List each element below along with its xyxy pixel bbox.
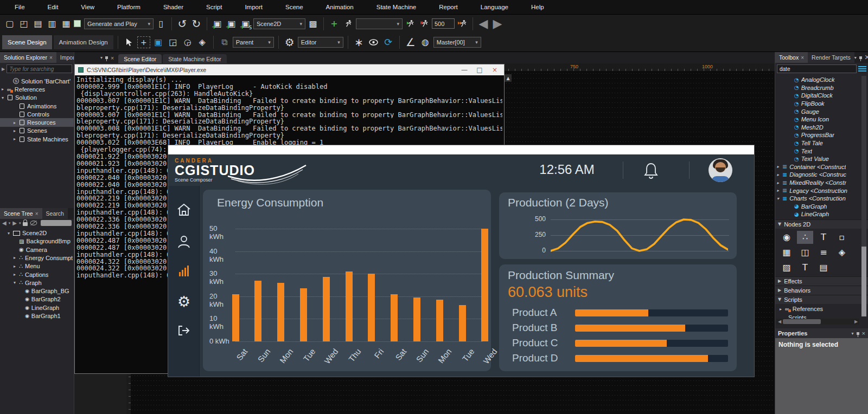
menu-scene[interactable]: Scene [274,0,315,14]
text-drop-node-icon[interactable]: T [815,231,832,244]
toolbox-item-breadcrumb[interactable]: ◔Breadcrumb [775,84,868,92]
tab-scene-design[interactable]: Scene Design [2,35,52,49]
section-behaviors[interactable]: ▶ Behaviors [775,286,868,295]
console-titlebar[interactable]: C:\SVN\CGI\bin\Player\Device\iMX6\Player… [75,64,504,75]
tree-arrow-icon[interactable]: ▾ [8,231,13,236]
section-scripts[interactable]: ▼ Scripts [775,295,868,304]
gear-icon[interactable]: ⚙ [168,293,200,310]
run-stop-button[interactable] [418,17,431,31]
zoom-slider[interactable] [41,220,72,226]
notifications-bell-icon[interactable] [643,162,659,182]
close-icon[interactable]: × [35,211,39,217]
menu-import[interactable]: Import [233,0,274,14]
scene-item-energy-consumpt[interactable]: ▸∴Energy Consumpt [0,254,74,262]
toolbox-item-flipbook[interactable]: ◔FlipBook [775,100,868,108]
scene-item-bargraph-bg[interactable]: ◉BarGraph_BG [0,287,74,295]
toolbox-item-charts-construction[interactable]: ▾≡Charts <Construction [775,195,868,203]
chevron-down-icon[interactable]: ▾ [19,221,21,225]
toolbox-item-text[interactable]: ◔Text [775,147,868,155]
camera-tool-button[interactable]: ▣ [152,35,165,49]
navigate-back-button[interactable]: ◀ [477,17,490,31]
lock-icon[interactable] [23,222,28,226]
logout-icon[interactable] [168,324,200,337]
active-scene-select[interactable]: Scene2D▾ [253,18,305,29]
scene-item-bargraph2[interactable]: ◉BarGraph2 [0,295,74,303]
toolbox-search-input[interactable] [777,64,857,73]
editor-mode-select[interactable]: Editor▾ [298,37,343,48]
run-fast-button[interactable] [456,17,469,31]
close-icon[interactable]: × [865,53,868,62]
solution-item-resources[interactable]: ▸Resources [0,118,74,126]
visibility-eye-button[interactable] [367,35,380,49]
history-forward-icon[interactable]: ▶ [12,220,17,226]
tab-imports[interactable]: Imports [56,52,74,63]
solution-item-animations[interactable]: Animations [0,102,74,110]
device-list-icon[interactable]: ▯ [155,17,168,31]
scroll-up-button[interactable]: ▲ [505,74,512,82]
master-layer-select[interactable]: Master[00]▾ [433,37,481,48]
scene-item-menu[interactable]: ▸∴Menu [0,262,74,270]
scene-item-linegraph[interactable]: ◉LineGraph [0,303,74,312]
chevron-down-icon[interactable]: ▾ [100,55,103,60]
rotate-tool-button[interactable]: ◶ [181,35,194,49]
tree-arrow-icon[interactable]: ▸ [777,172,782,177]
menu-help[interactable]: Help [520,0,556,14]
home-icon[interactable] [168,203,200,216]
scrollbar-thumb[interactable] [861,247,866,316]
scene-item-camera[interactable]: ◉Camera [0,245,74,254]
pin-icon[interactable] [105,56,108,59]
scripts-references-item[interactable]: ▸∞ References [775,305,868,313]
toolbox-item-text-value[interactable]: ◔Text Value [775,155,868,163]
menu-animation[interactable]: Animation [315,0,365,14]
move-tool-button[interactable]: + [137,36,150,48]
text-big-node-icon[interactable]: T [797,261,813,274]
resize-tool-button[interactable]: ◲ [167,35,180,49]
new-document-button[interactable]: ▢ [3,17,16,31]
toolbox-item-mixedreality-constr[interactable]: ▸≡MixedReality <Constr [775,179,868,187]
save-button[interactable]: ▤ [31,17,44,31]
scroll-left-icon[interactable]: ◀ [776,319,783,324]
camera-node-icon[interactable]: ◉ [778,231,795,244]
toolbox-item-mesh2d[interactable]: ◔Mesh2D [775,124,868,132]
section-nodes-2d[interactable]: ▼ Nodes 2D [775,219,868,229]
pin-icon[interactable] [857,332,859,335]
list-view-icon[interactable] [858,66,866,72]
pin-icon[interactable] [859,56,862,59]
menu-edit[interactable]: Edit [36,0,70,14]
toolbox-item-legacy-construction[interactable]: ▸≡Legacy <Construction [775,186,868,195]
generate-checkbox[interactable] [74,20,81,27]
effects-icon[interactable]: ∗ [353,35,366,49]
menu-state-machine[interactable]: State Machine [365,0,428,14]
preview-titlebar[interactable] [168,145,754,154]
close-icon[interactable]: × [862,330,865,337]
close-icon[interactable]: × [49,55,53,61]
user-icon[interactable] [168,235,200,249]
maximize-button[interactable]: □ [474,66,486,74]
tree-arrow-icon[interactable]: ▸ [777,164,782,169]
tab-scene-editor[interactable]: Scene Editor [118,54,162,63]
chevron-down-icon[interactable]: ▾ [852,331,854,336]
toolbox-item-progressbar[interactable]: ◔ProgressBar [775,131,868,139]
grid-node-icon[interactable]: ▦ [778,246,795,259]
open-document-button[interactable]: ◰ [17,17,30,31]
toolbox-item-bargraph[interactable]: ◕BarGraph [775,203,868,211]
globe-icon[interactable]: ◍ [419,35,432,49]
toolbox-item-analogclock[interactable]: ◔AnalogClock [775,76,868,84]
parent-select[interactable]: Parent▾ [233,37,274,48]
minimize-button[interactable]: — [458,66,470,74]
chevron-down-icon[interactable]: ▾ [854,55,857,60]
tree-arrow-icon[interactable]: ▾ [2,95,7,100]
bars-node-icon[interactable]: ≡ [815,246,832,259]
list-node-icon[interactable]: ▤ [815,261,832,274]
toolbox-item-container-construct[interactable]: ▸≡Container <Construct [775,163,868,171]
tree-arrow-icon[interactable]: ▸ [777,180,782,185]
select-cursor-button[interactable] [123,35,136,49]
menu-script[interactable]: Script [195,0,233,14]
tree-arrow-icon[interactable]: ▸ [14,137,19,141]
tab-animation-design[interactable]: Animation Design [54,35,113,49]
solution-item-references[interactable]: ▸∞References [0,85,74,93]
frame-node-icon[interactable]: ▫ [834,231,850,244]
export-package-button[interactable]: ▦ [60,17,73,31]
properties-header[interactable]: Properties ▾ × [775,328,868,338]
tab-solution-explorer[interactable]: Solution Explorer× [0,52,56,63]
